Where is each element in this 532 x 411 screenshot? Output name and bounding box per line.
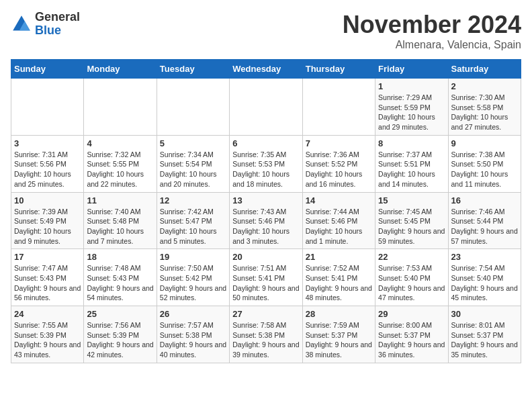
day-number: 26 bbox=[160, 309, 226, 319]
day-info: Sunrise: 7:59 AM Sunset: 5:37 PM Dayligh… bbox=[306, 320, 372, 360]
day-cell: 24Sunrise: 7:55 AM Sunset: 5:39 PM Dayli… bbox=[11, 306, 84, 363]
day-cell: 5Sunrise: 7:34 AM Sunset: 5:54 PM Daylig… bbox=[157, 135, 229, 192]
day-cell: 2Sunrise: 7:30 AM Sunset: 5:58 PM Daylig… bbox=[448, 79, 521, 136]
day-cell: 13Sunrise: 7:43 AM Sunset: 5:46 PM Dayli… bbox=[230, 192, 302, 249]
calendar-body: 1Sunrise: 7:29 AM Sunset: 5:59 PM Daylig… bbox=[11, 79, 521, 363]
day-info: Sunrise: 7:29 AM Sunset: 5:59 PM Dayligh… bbox=[378, 93, 445, 132]
day-cell bbox=[230, 79, 302, 136]
day-number: 16 bbox=[451, 195, 518, 205]
day-number: 14 bbox=[306, 195, 372, 205]
day-cell: 14Sunrise: 7:44 AM Sunset: 5:46 PM Dayli… bbox=[302, 192, 375, 249]
day-info: Sunrise: 7:53 AM Sunset: 5:40 PM Dayligh… bbox=[378, 263, 445, 303]
day-number: 17 bbox=[14, 252, 81, 262]
weekday-header-tuesday: Tuesday bbox=[157, 60, 229, 79]
day-info: Sunrise: 7:52 AM Sunset: 5:41 PM Dayligh… bbox=[306, 263, 372, 303]
week-row-4: 24Sunrise: 7:55 AM Sunset: 5:39 PM Dayli… bbox=[11, 306, 521, 363]
day-info: Sunrise: 7:58 AM Sunset: 5:38 PM Dayligh… bbox=[232, 320, 299, 360]
week-row-2: 10Sunrise: 7:39 AM Sunset: 5:49 PM Dayli… bbox=[11, 192, 521, 249]
day-cell bbox=[157, 79, 229, 136]
day-cell: 6Sunrise: 7:35 AM Sunset: 5:53 PM Daylig… bbox=[230, 135, 302, 192]
location-title: Almenara, Valencia, Spain bbox=[343, 39, 521, 51]
week-row-1: 3Sunrise: 7:31 AM Sunset: 5:56 PM Daylig… bbox=[11, 135, 521, 192]
day-info: Sunrise: 7:56 AM Sunset: 5:39 PM Dayligh… bbox=[87, 320, 153, 360]
day-info: Sunrise: 7:57 AM Sunset: 5:38 PM Dayligh… bbox=[160, 320, 226, 360]
day-info: Sunrise: 7:30 AM Sunset: 5:58 PM Dayligh… bbox=[451, 93, 518, 132]
day-info: Sunrise: 7:47 AM Sunset: 5:43 PM Dayligh… bbox=[14, 263, 81, 303]
day-number: 9 bbox=[451, 138, 518, 148]
day-number: 29 bbox=[378, 309, 445, 319]
day-number: 11 bbox=[87, 195, 153, 205]
day-cell: 22Sunrise: 7:53 AM Sunset: 5:40 PM Dayli… bbox=[375, 249, 448, 306]
day-cell: 7Sunrise: 7:36 AM Sunset: 5:52 PM Daylig… bbox=[302, 135, 375, 192]
day-number: 19 bbox=[160, 252, 226, 262]
day-info: Sunrise: 8:00 AM Sunset: 5:37 PM Dayligh… bbox=[378, 320, 445, 360]
day-info: Sunrise: 7:32 AM Sunset: 5:55 PM Dayligh… bbox=[87, 150, 153, 189]
day-cell: 1Sunrise: 7:29 AM Sunset: 5:59 PM Daylig… bbox=[375, 79, 448, 136]
day-number: 8 bbox=[378, 138, 445, 148]
weekday-header-row: SundayMondayTuesdayWednesdayThursdayFrid… bbox=[11, 60, 521, 79]
day-cell: 16Sunrise: 7:46 AM Sunset: 5:44 PM Dayli… bbox=[448, 192, 521, 249]
day-cell: 10Sunrise: 7:39 AM Sunset: 5:49 PM Dayli… bbox=[11, 192, 84, 249]
weekday-header-monday: Monday bbox=[84, 60, 157, 79]
calendar-table: SundayMondayTuesdayWednesdayThursdayFrid… bbox=[11, 59, 521, 363]
day-info: Sunrise: 7:43 AM Sunset: 5:46 PM Dayligh… bbox=[232, 207, 299, 246]
day-number: 22 bbox=[378, 252, 445, 262]
day-cell: 26Sunrise: 7:57 AM Sunset: 5:38 PM Dayli… bbox=[157, 306, 229, 363]
day-cell: 8Sunrise: 7:37 AM Sunset: 5:51 PM Daylig… bbox=[375, 135, 448, 192]
day-info: Sunrise: 7:46 AM Sunset: 5:44 PM Dayligh… bbox=[451, 207, 518, 246]
day-cell: 30Sunrise: 8:01 AM Sunset: 5:37 PM Dayli… bbox=[448, 306, 521, 363]
day-cell: 15Sunrise: 7:45 AM Sunset: 5:45 PM Dayli… bbox=[375, 192, 448, 249]
logo-text: General Blue bbox=[35, 11, 80, 38]
day-number: 23 bbox=[451, 252, 518, 262]
weekday-header-sunday: Sunday bbox=[11, 60, 84, 79]
day-number: 1 bbox=[378, 81, 445, 91]
day-cell: 4Sunrise: 7:32 AM Sunset: 5:55 PM Daylig… bbox=[84, 135, 157, 192]
header: General Blue November 2024 Almenara, Val… bbox=[11, 11, 521, 51]
day-info: Sunrise: 7:38 AM Sunset: 5:50 PM Dayligh… bbox=[451, 150, 518, 189]
day-cell: 18Sunrise: 7:48 AM Sunset: 5:43 PM Dayli… bbox=[84, 249, 157, 306]
day-info: Sunrise: 7:55 AM Sunset: 5:39 PM Dayligh… bbox=[14, 320, 81, 360]
day-cell: 28Sunrise: 7:59 AM Sunset: 5:37 PM Dayli… bbox=[302, 306, 375, 363]
weekday-header-wednesday: Wednesday bbox=[230, 60, 302, 79]
day-cell: 17Sunrise: 7:47 AM Sunset: 5:43 PM Dayli… bbox=[11, 249, 84, 306]
day-cell bbox=[84, 79, 157, 136]
day-number: 6 bbox=[232, 138, 299, 148]
day-number: 24 bbox=[14, 309, 81, 319]
day-info: Sunrise: 7:31 AM Sunset: 5:56 PM Dayligh… bbox=[14, 150, 81, 189]
day-info: Sunrise: 7:48 AM Sunset: 5:43 PM Dayligh… bbox=[87, 263, 153, 303]
logo: General Blue bbox=[11, 11, 80, 38]
day-number: 10 bbox=[14, 195, 81, 205]
day-number: 5 bbox=[160, 138, 226, 148]
day-cell: 19Sunrise: 7:50 AM Sunset: 5:42 PM Dayli… bbox=[157, 249, 229, 306]
day-info: Sunrise: 7:35 AM Sunset: 5:53 PM Dayligh… bbox=[232, 150, 299, 189]
day-cell: 11Sunrise: 7:40 AM Sunset: 5:48 PM Dayli… bbox=[84, 192, 157, 249]
day-number: 30 bbox=[451, 309, 518, 319]
day-number: 21 bbox=[306, 252, 372, 262]
day-number: 15 bbox=[378, 195, 445, 205]
day-cell bbox=[11, 79, 84, 136]
month-title: November 2024 bbox=[343, 11, 521, 39]
day-info: Sunrise: 7:50 AM Sunset: 5:42 PM Dayligh… bbox=[160, 263, 226, 303]
title-area: November 2024 Almenara, Valencia, Spain bbox=[343, 11, 521, 51]
day-cell: 20Sunrise: 7:51 AM Sunset: 5:41 PM Dayli… bbox=[230, 249, 302, 306]
day-number: 28 bbox=[306, 309, 372, 319]
day-info: Sunrise: 8:01 AM Sunset: 5:37 PM Dayligh… bbox=[451, 320, 518, 360]
day-cell: 3Sunrise: 7:31 AM Sunset: 5:56 PM Daylig… bbox=[11, 135, 84, 192]
day-cell: 27Sunrise: 7:58 AM Sunset: 5:38 PM Dayli… bbox=[230, 306, 302, 363]
day-info: Sunrise: 7:51 AM Sunset: 5:41 PM Dayligh… bbox=[232, 263, 299, 303]
day-info: Sunrise: 7:36 AM Sunset: 5:52 PM Dayligh… bbox=[306, 150, 372, 189]
day-number: 7 bbox=[306, 138, 372, 148]
week-row-0: 1Sunrise: 7:29 AM Sunset: 5:59 PM Daylig… bbox=[11, 79, 521, 136]
day-info: Sunrise: 7:44 AM Sunset: 5:46 PM Dayligh… bbox=[306, 207, 372, 246]
day-cell: 23Sunrise: 7:54 AM Sunset: 5:40 PM Dayli… bbox=[448, 249, 521, 306]
day-number: 13 bbox=[232, 195, 299, 205]
day-info: Sunrise: 7:39 AM Sunset: 5:49 PM Dayligh… bbox=[14, 207, 81, 246]
weekday-header-saturday: Saturday bbox=[448, 60, 521, 79]
day-info: Sunrise: 7:37 AM Sunset: 5:51 PM Dayligh… bbox=[378, 150, 445, 189]
day-number: 25 bbox=[87, 309, 153, 319]
day-number: 4 bbox=[87, 138, 153, 148]
day-number: 12 bbox=[160, 195, 226, 205]
day-cell: 12Sunrise: 7:42 AM Sunset: 5:47 PM Dayli… bbox=[157, 192, 229, 249]
day-number: 20 bbox=[232, 252, 299, 262]
day-info: Sunrise: 7:45 AM Sunset: 5:45 PM Dayligh… bbox=[378, 207, 445, 246]
